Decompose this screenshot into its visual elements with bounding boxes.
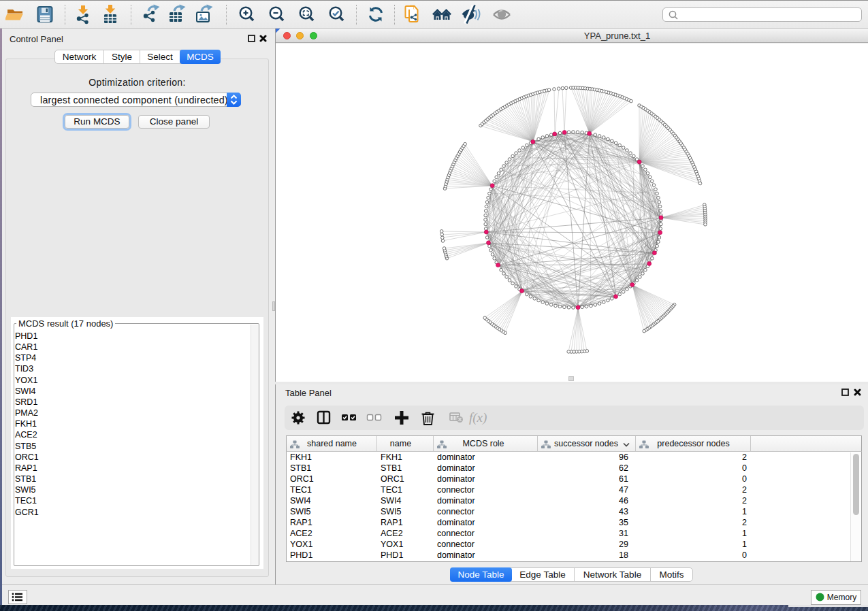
svg-text:f(x): f(x) [469,410,487,425]
